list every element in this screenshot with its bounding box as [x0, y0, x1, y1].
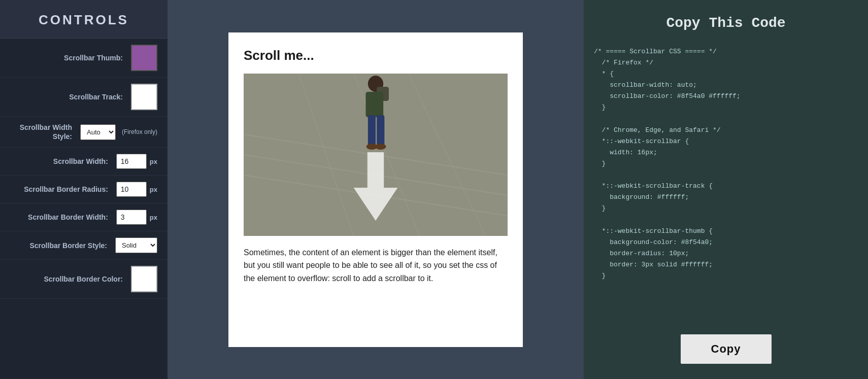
thumb-color-label: Scrollbar Thumb: [10, 53, 131, 62]
border-color-row: Scrollbar Border Color: [0, 260, 168, 299]
svg-rect-9 [366, 92, 384, 117]
controls-header: CONTROLS [0, 0, 168, 39]
width-input[interactable] [116, 154, 147, 169]
width-input-area: px [116, 154, 157, 169]
track-color-label: Scrollbar Track: [10, 92, 131, 101]
width-label: Scrollbar Width: [10, 157, 116, 166]
width-style-input-area: Auto Thin None (Firefox only) [80, 124, 157, 140]
svg-rect-11 [377, 115, 384, 146]
preview-panel: Scroll me... [168, 0, 584, 379]
width-style-label: Scrollbar Width Style: [10, 123, 80, 141]
width-px-label: px [150, 158, 157, 165]
controls-title: CONTROLS [0, 12, 168, 28]
svg-point-13 [375, 144, 386, 150]
border-radius-label: Scrollbar Border Radius: [10, 185, 116, 194]
controls-panel: CONTROLS Scrollbar Thumb: Scrollbar Trac… [0, 0, 168, 379]
border-radius-input[interactable] [116, 182, 147, 197]
border-width-label: Scrollbar Border Width: [10, 213, 116, 222]
thumb-color-swatch[interactable] [131, 45, 157, 71]
thumb-color-input-area [131, 45, 157, 71]
scroll-title: Scroll me... [244, 48, 508, 63]
track-color-swatch[interactable] [131, 84, 157, 110]
track-color-row: Scrollbar Track: [0, 78, 168, 117]
border-width-input[interactable] [116, 210, 147, 225]
border-radius-row: Scrollbar Border Radius: px [0, 176, 168, 203]
svg-rect-14 [368, 152, 384, 188]
scroll-image [244, 74, 508, 236]
border-color-input-area [131, 266, 157, 292]
width-style-select[interactable]: Auto Thin None [80, 124, 116, 140]
scroll-container[interactable]: Scroll me... [228, 32, 523, 347]
border-radius-input-area: px [116, 182, 157, 197]
border-width-row: Scrollbar Border Width: px [0, 203, 168, 231]
svg-rect-10 [368, 115, 376, 146]
copy-button[interactable]: Copy [681, 334, 772, 364]
width-style-row: Scrollbar Width Style: Auto Thin None (F… [0, 117, 168, 148]
code-panel: Copy This Code /* ===== Scrollbar CSS ==… [584, 0, 868, 379]
border-width-px-label: px [150, 214, 157, 221]
code-block: /* ===== Scrollbar CSS ===== */ /* Firef… [594, 46, 858, 319]
border-color-label: Scrollbar Border Color: [10, 274, 131, 284]
border-style-row: Scrollbar Border Style: Solid Dashed Dot… [0, 231, 168, 260]
border-color-swatch[interactable] [131, 266, 157, 292]
firefox-note: (Firefox only) [122, 128, 157, 135]
code-title: Copy This Code [666, 15, 785, 31]
track-color-input-area [131, 84, 157, 110]
scroll-text: Sometimes, the content of an element is … [244, 246, 508, 285]
border-style-input-area: Solid Dashed Dotted None [115, 237, 157, 253]
border-style-select[interactable]: Solid Dashed Dotted None [115, 237, 157, 253]
border-width-input-area: px [116, 210, 157, 225]
border-radius-px-label: px [150, 186, 157, 193]
border-style-label: Scrollbar Border Style: [10, 241, 115, 250]
width-row: Scrollbar Width: px [0, 148, 168, 176]
pavement-svg [244, 74, 508, 236]
thumb-color-row: Scrollbar Thumb: [0, 39, 168, 78]
